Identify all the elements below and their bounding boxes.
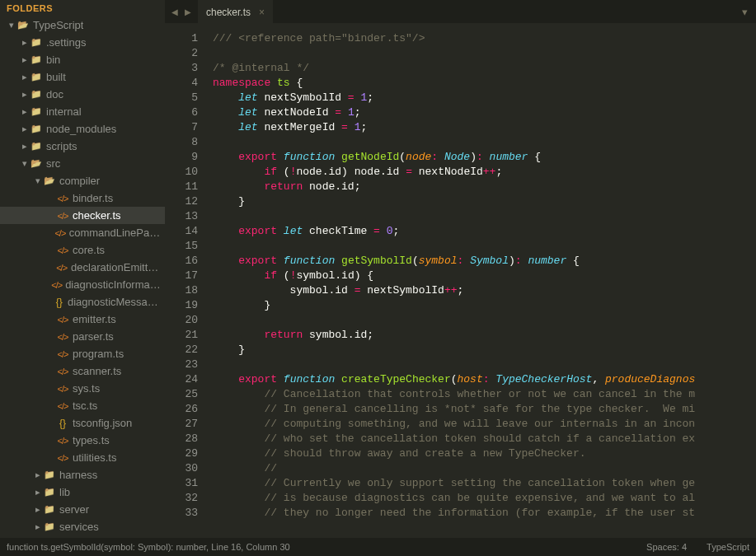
status-indent[interactable]: Spaces: 4 — [646, 542, 687, 552]
code-line[interactable]: let nextNodeId = 1; — [213, 105, 756, 120]
tree-item-typescript[interactable]: ▾TypeScript — [0, 16, 165, 34]
tree-item-binder-ts[interactable]: binder.ts — [0, 189, 165, 207]
tree-item-node-modules[interactable]: ▸node_modules — [0, 120, 165, 138]
line-number: 14 — [165, 224, 198, 239]
disclosure-triangle-icon[interactable]: ▸ — [33, 521, 43, 532]
disclosure-triangle-icon[interactable]: ▸ — [20, 54, 30, 65]
json-icon — [54, 297, 64, 308]
code-line[interactable]: return symbol.id; — [213, 328, 756, 343]
status-symbol-info: function ts.getSymbolId(symbol: Symbol):… — [7, 542, 290, 552]
disclosure-triangle-icon[interactable]: ▾ — [20, 158, 30, 169]
code-line[interactable]: // — [213, 461, 756, 476]
code-line[interactable]: // they no longer need the information (… — [213, 506, 756, 521]
code-line[interactable]: /* @internal */ — [213, 61, 756, 76]
tree-item-doc[interactable]: ▸doc — [0, 86, 165, 103]
tab-prev-icon[interactable]: ◀ — [170, 6, 180, 18]
code-line[interactable]: export let checkTime = 0; — [213, 224, 756, 239]
code-line[interactable] — [213, 135, 756, 150]
tree-item-commandlineparser-ts[interactable]: commandLineParser.ts — [0, 224, 165, 241]
status-language[interactable]: TypeScript — [707, 542, 749, 552]
tab-active[interactable]: checker.ts × — [198, 0, 273, 23]
disclosure-triangle-icon[interactable]: ▸ — [20, 37, 30, 48]
tree-item-harness[interactable]: ▸harness — [0, 466, 165, 484]
disclosure-triangle-icon[interactable]: ▸ — [33, 470, 43, 480]
disclosure-triangle-icon[interactable]: ▸ — [20, 72, 30, 82]
code-line[interactable]: } — [213, 343, 756, 357]
folder-icon — [30, 37, 43, 48]
code-line[interactable]: // computing something, and we will leav… — [213, 417, 756, 432]
ts-icon — [56, 384, 69, 394]
code-line[interactable]: // who set the cancellation token should… — [213, 432, 756, 446]
tree-item-label: emitter.ts — [73, 313, 116, 325]
tree-item-utilities-ts[interactable]: utilities.ts — [0, 449, 165, 466]
ts-icon — [56, 211, 69, 221]
tree-item-checker-ts[interactable]: checker.ts — [0, 207, 165, 224]
line-number: 24 — [165, 372, 198, 387]
disclosure-triangle-icon[interactable]: ▸ — [20, 106, 30, 117]
tree-item-label: scanner.ts — [73, 365, 121, 377]
code-line[interactable]: export function getNodeId(node: Node): n… — [213, 150, 756, 165]
code-line[interactable]: namespace ts { — [213, 76, 756, 91]
tree-item-services[interactable]: ▸services — [0, 518, 165, 535]
tree-item-emitter-ts[interactable]: emitter.ts — [0, 311, 165, 328]
tree-item-core-ts[interactable]: core.ts — [0, 241, 165, 259]
code-line[interactable]: // Cancellation that controls whether or… — [213, 387, 756, 402]
code-line[interactable] — [213, 239, 756, 254]
code-line[interactable]: symbol.id = nextSymbolId++; — [213, 283, 756, 298]
code-line[interactable]: return node.id; — [213, 180, 756, 194]
code-line[interactable]: let nextSymbolId = 1; — [213, 91, 756, 105]
code-line[interactable]: // In general cancelling is *not* safe f… — [213, 402, 756, 417]
line-number: 12 — [165, 194, 198, 209]
tree-item-compiler[interactable]: ▾compiler — [0, 172, 165, 189]
code-editor[interactable]: 1234567891011121314151617181920212223242… — [165, 23, 756, 538]
disclosure-triangle-icon[interactable]: ▾ — [33, 175, 43, 186]
tab-next-icon[interactable]: ▶ — [183, 6, 193, 18]
tree-item-scripts[interactable]: ▸scripts — [0, 138, 165, 155]
tree-item-internal[interactable]: ▸internal — [0, 103, 165, 120]
code-line[interactable] — [213, 313, 756, 328]
tree-item-parser-ts[interactable]: parser.ts — [0, 328, 165, 345]
code-line[interactable]: // should throw away and create a new Ty… — [213, 446, 756, 461]
code-line[interactable] — [213, 46, 756, 61]
code-line[interactable]: /// <reference path="binder.ts"/> — [213, 31, 756, 46]
disclosure-triangle-icon[interactable]: ▸ — [33, 487, 43, 498]
code-line[interactable] — [213, 357, 756, 372]
tree-item-tsc-ts[interactable]: tsc.ts — [0, 397, 165, 414]
tree-item-diagnosticmessages-json[interactable]: diagnosticMessages.json — [0, 293, 165, 311]
code-line[interactable]: let nextMergeId = 1; — [213, 120, 756, 135]
disclosure-triangle-icon[interactable]: ▸ — [20, 89, 30, 100]
code-line[interactable]: } — [213, 194, 756, 209]
tree-item-sys-ts[interactable]: sys.ts — [0, 380, 165, 397]
tree-item-built[interactable]: ▸built — [0, 68, 165, 86]
folder-open-icon — [43, 175, 56, 186]
code-line[interactable]: if (!symbol.id) { — [213, 269, 756, 283]
tab-close-icon[interactable]: × — [259, 7, 265, 18]
code-content[interactable]: /// <reference path="binder.ts"/>/* @int… — [208, 23, 756, 538]
code-line[interactable]: // is because diagnostics can be quite e… — [213, 491, 756, 506]
disclosure-triangle-icon[interactable]: ▾ — [7, 20, 16, 30]
tree-item-src[interactable]: ▾src — [0, 155, 165, 172]
disclosure-triangle-icon[interactable]: ▸ — [20, 124, 30, 134]
tree-item-declarationemitter-ts[interactable]: declarationEmitter.ts — [0, 259, 165, 276]
disclosure-triangle-icon[interactable]: ▸ — [20, 141, 30, 152]
code-line[interactable]: if (!node.id) node.id = nextNodeId++; — [213, 165, 756, 180]
tree-item-label: types.ts — [73, 434, 110, 446]
tree-item-diagnosticinformationmap-generated-ts[interactable]: diagnosticInformationMap.generated.ts — [0, 276, 165, 293]
disclosure-triangle-icon[interactable]: ▸ — [33, 504, 43, 515]
tree-item-server[interactable]: ▸server — [0, 501, 165, 518]
code-line[interactable]: export function getSymbolId(symbol: Symb… — [213, 254, 756, 269]
tree-item-types-ts[interactable]: types.ts — [0, 432, 165, 449]
folder-tree[interactable]: ▾TypeScript▸.settings▸bin▸built▸doc▸inte… — [0, 16, 165, 538]
code-line[interactable]: // Currently we only support setting the… — [213, 476, 756, 491]
tree-item-bin[interactable]: ▸bin — [0, 51, 165, 68]
tree-item-scanner-ts[interactable]: scanner.ts — [0, 362, 165, 380]
tree-item-program-ts[interactable]: program.ts — [0, 345, 165, 362]
code-line[interactable]: export function createTypeChecker(host: … — [213, 372, 756, 387]
tree-item-tsconfig-json[interactable]: tsconfig.json — [0, 414, 165, 432]
code-line[interactable] — [213, 209, 756, 224]
status-bar: function ts.getSymbolId(symbol: Symbol):… — [0, 538, 756, 556]
tree-item--settings[interactable]: ▸.settings — [0, 34, 165, 51]
tree-item-lib[interactable]: ▸lib — [0, 484, 165, 501]
tab-menu-icon[interactable]: ▾ — [734, 0, 756, 23]
code-line[interactable]: } — [213, 298, 756, 313]
